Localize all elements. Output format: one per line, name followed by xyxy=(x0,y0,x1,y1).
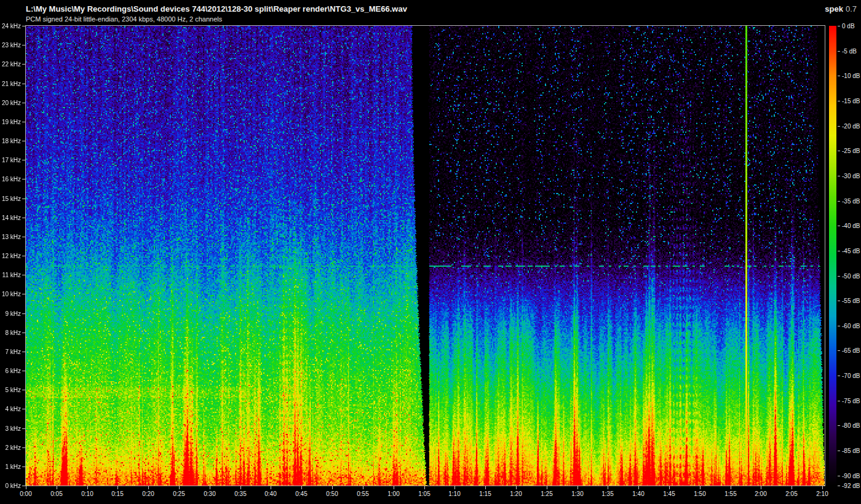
db-tick-label: -35 dB xyxy=(842,198,861,205)
time-tick xyxy=(240,486,241,489)
freq-tick xyxy=(22,371,25,371)
db-tick-label: -55 dB xyxy=(842,297,861,304)
freq-tick xyxy=(22,179,25,179)
time-tick-label: 0:20 xyxy=(136,490,161,497)
db-tick xyxy=(838,276,840,277)
app-title: spek0.7 xyxy=(825,4,857,14)
db-legend-gradient xyxy=(829,26,836,486)
db-tick xyxy=(838,486,840,486)
time-tick xyxy=(485,486,486,489)
db-tick-label: 0 dB xyxy=(842,23,861,30)
spek-window: L:\My Music\My Recordings\Sound devices … xyxy=(0,0,861,504)
freq-tick-label: 2 kHz xyxy=(0,444,21,451)
time-tick xyxy=(179,486,180,489)
time-tick xyxy=(731,486,731,489)
file-path-title: L:\My Music\My Recordings\Sound devices … xyxy=(26,4,407,14)
db-tick xyxy=(838,476,840,476)
freq-tick xyxy=(22,256,25,256)
time-tick xyxy=(332,486,333,489)
db-tick-label: -45 dB xyxy=(842,248,861,254)
time-tick xyxy=(210,486,210,489)
freq-tick xyxy=(22,428,25,429)
db-tick-label: -80 dB xyxy=(842,422,861,429)
freq-tick xyxy=(22,313,25,314)
freq-tick-label: 10 kHz xyxy=(0,291,21,297)
time-tick xyxy=(148,486,149,489)
time-tick-label: 0:15 xyxy=(105,490,130,497)
freq-tick xyxy=(22,64,25,65)
freq-tick xyxy=(22,390,25,390)
freq-tick-label: 22 kHz xyxy=(0,61,21,68)
freq-tick xyxy=(22,218,25,218)
freq-tick xyxy=(22,409,25,409)
time-tick-label: 1:40 xyxy=(626,490,651,497)
time-tick xyxy=(761,486,761,489)
db-tick-label: -70 dB xyxy=(842,372,861,379)
db-tick-label: -85 dB xyxy=(842,447,861,454)
time-tick-label: 1:50 xyxy=(688,490,712,497)
freq-tick xyxy=(22,141,25,141)
freq-tick xyxy=(22,26,25,26)
time-tick-label: 0:35 xyxy=(228,490,253,497)
time-tick xyxy=(363,486,363,489)
db-tick xyxy=(838,151,840,151)
time-tick-label: 1:45 xyxy=(657,490,681,497)
time-tick-label: 1:00 xyxy=(381,490,406,497)
db-tick-label: -90 dB xyxy=(842,473,861,479)
freq-tick-label: 23 kHz xyxy=(0,42,21,49)
db-tick xyxy=(838,376,840,376)
time-tick xyxy=(516,486,517,489)
freq-tick xyxy=(22,237,25,237)
freq-tick xyxy=(22,103,25,103)
freq-tick xyxy=(22,122,25,122)
time-tick xyxy=(669,486,670,489)
time-tick xyxy=(87,486,88,489)
time-tick xyxy=(638,486,639,489)
freq-tick-label: 19 kHz xyxy=(0,119,21,125)
time-tick-label: 2:05 xyxy=(779,490,804,497)
db-tick xyxy=(838,451,840,451)
app-name-label: spek xyxy=(825,4,843,14)
time-tick xyxy=(271,486,271,489)
time-tick xyxy=(608,486,608,489)
freq-tick-label: 14 kHz xyxy=(0,215,21,221)
db-tick-label: -10 dB xyxy=(842,73,861,79)
time-tick xyxy=(57,486,57,489)
db-tick xyxy=(838,425,840,426)
freq-tick-label: 5 kHz xyxy=(0,387,21,393)
db-tick xyxy=(838,126,840,127)
time-tick xyxy=(577,486,578,489)
time-tick-label: 0:05 xyxy=(44,490,69,497)
freq-tick-label: 18 kHz xyxy=(0,138,21,144)
db-tick xyxy=(838,401,840,401)
db-tick-label: -5 dB xyxy=(842,48,861,55)
db-tick-label: -40 dB xyxy=(842,222,861,229)
freq-tick xyxy=(22,352,25,352)
db-tick-label: -20 dB xyxy=(842,123,861,130)
time-tick xyxy=(301,486,302,489)
freq-tick xyxy=(22,160,25,160)
time-tick-label: 1:20 xyxy=(504,490,528,497)
freq-tick xyxy=(22,275,25,275)
db-tick xyxy=(838,26,840,26)
db-tick-label: -60 dB xyxy=(842,323,861,329)
db-tick xyxy=(838,101,840,101)
time-tick xyxy=(792,486,792,489)
db-tick-label: -15 dB xyxy=(842,98,861,104)
freq-tick-label: 8 kHz xyxy=(0,329,21,336)
db-tick-label: -65 dB xyxy=(842,347,861,354)
db-tick-label: -30 dB xyxy=(842,173,861,179)
db-tick-label: -25 dB xyxy=(842,148,861,154)
freq-tick xyxy=(22,199,25,199)
time-tick-label: 1:35 xyxy=(595,490,620,497)
time-tick-label: 0:10 xyxy=(75,490,100,497)
freq-tick xyxy=(22,467,25,467)
time-tick xyxy=(700,486,700,489)
db-tick xyxy=(838,350,840,351)
time-tick-label: 0:00 xyxy=(14,490,38,497)
freq-tick xyxy=(22,294,25,294)
time-tick-label: 2:00 xyxy=(748,490,773,497)
time-tick-label: 1:25 xyxy=(534,490,559,497)
app-version-label: 0.7 xyxy=(846,4,857,14)
time-tick-label: 0:55 xyxy=(351,490,375,497)
